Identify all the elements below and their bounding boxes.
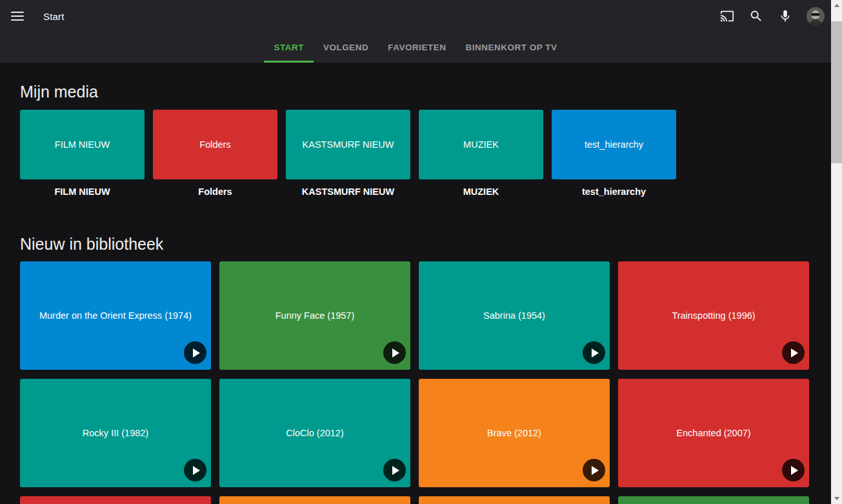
media-card-title: KASTSMURF NIEUW xyxy=(303,139,394,150)
tab-favorieten[interactable]: FAVORIETEN xyxy=(378,32,456,63)
play-button[interactable] xyxy=(583,341,605,364)
movie-card-partial[interactable] xyxy=(419,496,610,504)
scroll-down-button[interactable] xyxy=(831,493,842,504)
media-card-folders[interactable]: Folders xyxy=(153,110,277,179)
hamburger-icon xyxy=(11,12,24,14)
movie-card[interactable]: Funny Face (1957) xyxy=(219,261,410,370)
movie-card[interactable]: Brave (2012) xyxy=(419,379,610,487)
search-icon xyxy=(749,9,763,23)
cast-icon xyxy=(720,9,734,23)
media-item: Folders Folders xyxy=(153,110,277,197)
tab-start[interactable]: START xyxy=(264,32,314,63)
menu-button[interactable] xyxy=(8,9,26,24)
movie-card-partial[interactable] xyxy=(618,496,809,504)
microphone-icon xyxy=(778,9,792,23)
movie-card[interactable]: Enchanted (2007) xyxy=(618,379,809,487)
tab-binnenkort-op-tv[interactable]: BINNENKORT OP TV xyxy=(456,32,567,63)
play-icon xyxy=(392,348,399,358)
play-button[interactable] xyxy=(782,341,805,364)
media-card-title: Folders xyxy=(199,139,230,150)
section-title-latest: Nieuw in bibliotheek xyxy=(20,197,831,254)
header-actions xyxy=(719,7,825,25)
media-card-test-hierarchy[interactable]: test_hierarchy xyxy=(552,110,676,179)
play-icon xyxy=(592,466,599,475)
tab-bar: START VOLGEND FAVORIETEN BINNENKORT OP T… xyxy=(0,32,831,63)
movie-card-partial[interactable] xyxy=(219,496,410,504)
arrow-up-icon xyxy=(834,4,839,7)
main-content: Mijn media FILM NIEUW FILM NIEUW Folders… xyxy=(0,63,831,504)
app-header: Start xyxy=(0,0,831,63)
play-icon xyxy=(791,348,798,358)
movie-title: Funny Face (1957) xyxy=(264,310,366,321)
movie-card[interactable]: Sabrina (1954) xyxy=(419,261,610,370)
latest-grid: Murder on the Orient Express (1974) Funn… xyxy=(20,261,820,504)
page-title: Start xyxy=(43,11,65,22)
play-button[interactable] xyxy=(583,459,605,481)
play-icon xyxy=(193,466,200,475)
cast-button[interactable] xyxy=(719,8,735,24)
scrollbar[interactable] xyxy=(831,0,842,504)
play-icon xyxy=(592,348,599,358)
play-button[interactable] xyxy=(782,459,805,481)
movie-title: Brave (2012) xyxy=(476,428,553,438)
play-button[interactable] xyxy=(383,459,406,481)
movie-card[interactable]: Murder on the Orient Express (1974) xyxy=(20,261,211,370)
movie-title: Rocky III (1982) xyxy=(71,428,160,438)
media-item: MUZIEK MUZIEK xyxy=(419,110,543,197)
scrollbar-thumb[interactable] xyxy=(831,21,842,163)
media-card-kastsmurf-nieuw[interactable]: KASTSMURF NIEUW xyxy=(286,110,410,179)
play-icon xyxy=(193,348,200,358)
play-button[interactable] xyxy=(383,341,406,364)
movie-card[interactable]: CloClo (2012) xyxy=(219,379,410,487)
movie-card[interactable]: Rocky III (1982) xyxy=(20,379,211,487)
top-bar: Start xyxy=(0,0,831,32)
media-card-muziek[interactable]: MUZIEK xyxy=(419,110,543,179)
my-media-row: FILM NIEUW FILM NIEUW Folders Folders KA… xyxy=(20,110,831,197)
media-card-label[interactable]: KASTSMURF NIEUW xyxy=(286,186,410,197)
section-my-media: Mijn media FILM NIEUW FILM NIEUW Folders… xyxy=(20,63,831,197)
media-item: FILM NIEUW FILM NIEUW xyxy=(20,110,145,197)
voice-search-button[interactable] xyxy=(777,8,793,24)
movie-title: CloClo (2012) xyxy=(274,428,355,438)
arrow-down-icon xyxy=(834,497,839,500)
search-button[interactable] xyxy=(748,8,764,24)
play-button[interactable] xyxy=(184,459,206,481)
media-card-label[interactable]: Folders xyxy=(153,186,277,197)
section-title-my-media: Mijn media xyxy=(20,63,831,101)
play-icon xyxy=(791,466,798,475)
media-card-film-nieuw[interactable]: FILM NIEUW xyxy=(20,110,145,179)
media-item: KASTSMURF NIEUW KASTSMURF NIEUW xyxy=(286,110,410,197)
media-card-title: FILM NIEUW xyxy=(55,139,110,150)
movie-title: Trainspotting (1996) xyxy=(660,310,767,321)
media-card-label[interactable]: FILM NIEUW xyxy=(20,186,145,197)
movie-title: Enchanted (2007) xyxy=(665,428,762,438)
play-button[interactable] xyxy=(184,341,206,364)
movie-title: Sabrina (1954) xyxy=(472,310,557,321)
tab-volgend[interactable]: VOLGEND xyxy=(314,32,378,63)
scroll-up-button[interactable] xyxy=(831,0,842,11)
media-card-title: test_hierarchy xyxy=(585,139,643,150)
media-card-title: MUZIEK xyxy=(463,139,499,150)
movie-card[interactable]: Trainspotting (1996) xyxy=(618,261,809,370)
media-card-label[interactable]: MUZIEK xyxy=(419,186,543,197)
media-card-label[interactable]: test_hierarchy xyxy=(552,186,676,197)
app-root: Start xyxy=(0,0,842,504)
section-latest-library: Nieuw in bibliotheek Murder on the Orien… xyxy=(20,197,831,504)
movie-title: Murder on the Orient Express (1974) xyxy=(28,310,203,321)
media-item: test_hierarchy test_hierarchy xyxy=(552,110,676,197)
avatar-image xyxy=(807,7,825,25)
play-icon xyxy=(392,466,399,475)
movie-card-partial[interactable] xyxy=(20,496,211,504)
user-avatar[interactable] xyxy=(807,7,825,25)
